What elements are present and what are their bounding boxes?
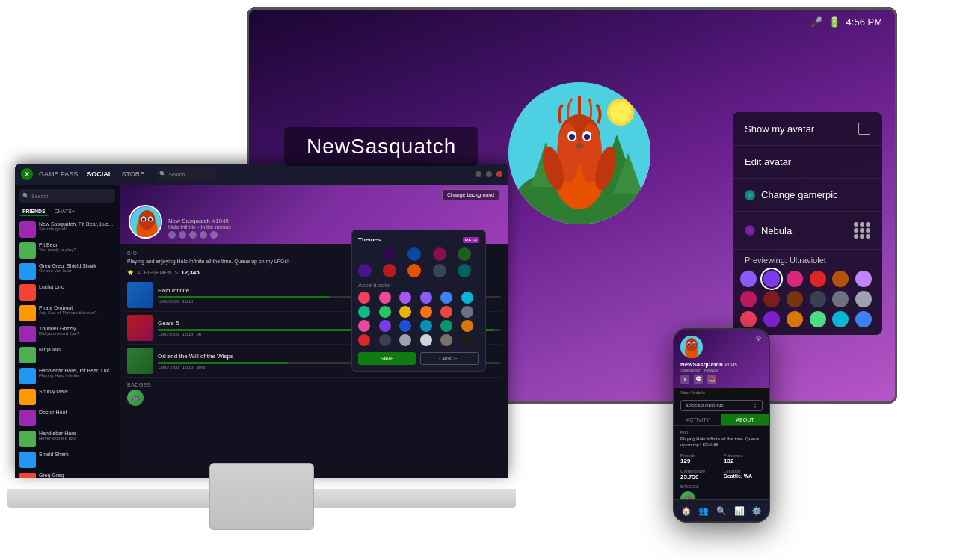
show-avatar-checkbox[interactable] <box>858 123 870 135</box>
accent-darkgray[interactable] <box>379 334 391 346</box>
theme-pink[interactable] <box>433 247 446 261</box>
color-rose[interactable] <box>740 311 757 327</box>
color-brown[interactable] <box>787 291 803 307</box>
theme-blue[interactable] <box>407 247 421 261</box>
accent-amber[interactable] <box>461 320 473 332</box>
color-magenta[interactable] <box>740 291 757 307</box>
nav-tab-social[interactable]: SOCIAL <box>87 170 112 178</box>
friend-item-3[interactable]: Lucha Uno <box>15 282 120 303</box>
friend-item-5[interactable]: Thunder Grizzly Did you record that? <box>15 324 120 345</box>
color-orange[interactable] <box>787 311 803 327</box>
color-gray[interactable] <box>810 291 826 307</box>
theme-red[interactable] <box>383 264 396 277</box>
accent-stone[interactable] <box>440 334 452 346</box>
accent-darkblue[interactable] <box>399 320 411 332</box>
friend-item-8[interactable]: Scurvy Mate <box>15 387 120 407</box>
color-amber[interactable] <box>832 271 849 287</box>
accent-lightgray[interactable] <box>399 334 411 346</box>
phone-nav-friends[interactable]: 👥 <box>698 505 710 517</box>
tab-friends[interactable]: FRIENDS <box>19 207 49 216</box>
friend-item-7[interactable]: Handlebar Hans, Pit Bear, Lucha... Playi… <box>15 366 120 387</box>
color-darkred[interactable] <box>763 291 780 307</box>
phone-nav-settings[interactable]: ⚙️ <box>751 505 763 517</box>
color-ultraviolet[interactable] <box>740 271 757 287</box>
themes-save-button[interactable]: SAVE <box>358 352 416 365</box>
color-cyan[interactable] <box>832 311 849 327</box>
color-pink[interactable] <box>787 271 803 287</box>
nav-tab-store[interactable]: STORE <box>121 170 144 178</box>
appear-offline-button[interactable]: APPEAR OFFLINE ⋮ <box>680 400 763 411</box>
accent-rose[interactable] <box>358 292 370 304</box>
friend-name-10: Handlebar Hans <box>39 431 115 436</box>
accent-emerald[interactable] <box>358 306 370 318</box>
accent-teal[interactable] <box>440 320 452 332</box>
phone-nav-search[interactable]: 🔍 <box>716 505 727 517</box>
accent-darkred[interactable] <box>358 334 370 346</box>
theme-green[interactable] <box>458 247 471 261</box>
minimize-btn[interactable] <box>476 171 481 177</box>
themes-cancel-button[interactable]: CANCEL <box>420 352 479 365</box>
theme-violet[interactable] <box>358 264 372 277</box>
search-box-header[interactable]: 🔍 Search <box>156 167 216 181</box>
theme-slate[interactable] <box>433 264 446 277</box>
theme-dark[interactable] <box>358 247 372 261</box>
color-silver[interactable] <box>855 291 872 307</box>
phone-nav-stats[interactable]: 📊 <box>733 505 745 517</box>
friend-item-0[interactable]: New Sasquatch, Pit Bear, Lucha... Sounds… <box>15 219 120 240</box>
friend-item-4[interactable]: Pirate Dropout Any Sea of Thieves this e… <box>15 303 120 324</box>
phone-stat-followers: Followers 132 <box>724 453 763 464</box>
friend-item-2[interactable]: Greg Greg, Shield Shark Ok see you later <box>15 261 120 282</box>
nav-tab-gamepass[interactable]: GAME PASS <box>39 170 78 178</box>
accent-silver[interactable] <box>420 334 432 346</box>
phone-gear-icon[interactable]: ⚙ <box>755 334 764 343</box>
accent-violet[interactable] <box>420 292 432 304</box>
show-avatar-item[interactable]: Show my avatar <box>733 112 882 146</box>
xbox-mobile-label: Xbox Mobile <box>674 388 769 397</box>
accent-yellow[interactable] <box>399 306 411 318</box>
color-lightgray[interactable] <box>832 291 849 307</box>
color-purple[interactable] <box>763 311 780 327</box>
accent-black[interactable] <box>461 334 473 346</box>
friend-item-6[interactable]: Ninja Ioki <box>15 345 120 366</box>
color-green[interactable] <box>810 311 826 327</box>
sidebar-search-box[interactable]: 🔍 Search <box>19 189 115 203</box>
friend-item-1[interactable]: Pit Bear You ready to play? <box>15 240 120 261</box>
accent-cyan[interactable] <box>461 292 473 304</box>
phone-tab-activity[interactable]: ACTIVITY <box>674 414 721 425</box>
phone-msg-icon[interactable]: 💬 <box>694 375 703 384</box>
accent-pink2[interactable] <box>358 320 370 332</box>
accent-orange[interactable] <box>420 306 432 318</box>
accent-indigo[interactable] <box>379 320 391 332</box>
accent-purple[interactable] <box>399 292 411 304</box>
accent-pink[interactable] <box>379 292 391 304</box>
theme-purple[interactable] <box>383 247 396 261</box>
phone-share-icon[interactable]: 📤 <box>707 375 716 384</box>
phone-icons-row: X 💬 📤 <box>680 375 763 384</box>
theme-orange[interactable] <box>407 264 421 277</box>
accent-red[interactable] <box>440 306 452 318</box>
friend-item-10[interactable]: Handlebar Hans Never skip leg day <box>15 428 120 449</box>
nav-tabs: GAME PASS SOCIAL STORE <box>39 170 144 178</box>
accent-green[interactable] <box>379 306 391 318</box>
phone-stat-value-gamerscore: 25,750 <box>680 473 719 480</box>
color-blue[interactable] <box>855 311 872 327</box>
accent-lightblue[interactable] <box>420 320 432 332</box>
tab-chats[interactable]: CHATS+ <box>52 207 78 216</box>
friend-item-12[interactable]: Greg Greg Thursday 2 lk <box>15 470 120 478</box>
accent-gray[interactable] <box>461 306 473 318</box>
maximize-btn[interactable] <box>486 171 492 177</box>
friend-item-9[interactable]: Doctor Hoot <box>15 407 120 428</box>
change-background-button[interactable]: Change background <box>442 189 499 200</box>
phone-tab-about[interactable]: ABOUT <box>721 414 769 425</box>
color-selected[interactable] <box>763 271 780 287</box>
color-red[interactable] <box>810 271 826 287</box>
accent-blue[interactable] <box>440 292 452 304</box>
phone-nav-home[interactable]: 🏠 <box>680 505 692 517</box>
edit-avatar-item[interactable]: Edit avatar <box>733 146 882 179</box>
color-lavender[interactable] <box>855 271 872 287</box>
theme-teal[interactable] <box>458 264 471 277</box>
friend-item-11[interactable]: Shield Shark <box>15 449 120 470</box>
change-gamerpic-item[interactable]: Change gamerpic <box>733 179 882 212</box>
close-btn[interactable] <box>496 171 502 177</box>
nebula-item[interactable]: Nebula <box>733 212 882 250</box>
